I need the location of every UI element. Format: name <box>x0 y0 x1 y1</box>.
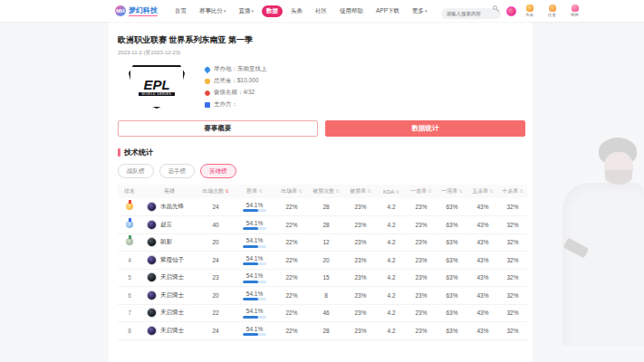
first-tower-cell: 63% <box>437 252 467 270</box>
table-header-10[interactable]: 五杀率 ⇅ <box>467 185 498 198</box>
hero-cell: 凯影 <box>141 237 197 247</box>
table-header-9[interactable]: 一塔率 ⇅ <box>437 185 467 198</box>
hero-cell: 天启骑士 <box>141 291 197 300</box>
hero-cell-td: 天启骑士 <box>141 269 197 287</box>
win-rate-wrap: 54.1% <box>234 291 275 301</box>
table-row[interactable]: 8天启骑士2454.1%22%2823%4.223%63%43%32% <box>118 322 527 340</box>
penta-rate-cell: 43% <box>467 252 498 270</box>
medal-bronze-icon <box>126 238 133 245</box>
rank-number: 7 <box>128 310 131 316</box>
win-rate-bar <box>243 281 266 283</box>
subtab-0[interactable]: 战队榜 <box>118 164 154 178</box>
first-blood-cell: 23% <box>406 322 437 340</box>
table-header-6[interactable]: 被禁率 ⇅ <box>344 185 377 198</box>
event-info-row: 举办地：东南亚线上 <box>205 65 267 73</box>
deca-rate-cell: 32% <box>498 216 527 234</box>
pick-rate-cell: 22% <box>275 287 308 305</box>
table-row[interactable]: 水晶先锋2454.1%22%2823%4.223%63%43%32% <box>118 198 527 216</box>
main-content-card: 欧洲职业联赛 世界系列东南亚 第一季 2023-11-2 (至2023-12-2… <box>109 22 533 362</box>
win-rate-fill <box>243 298 258 300</box>
table-header-2[interactable]: 出场次数 ⇅ <box>197 185 234 198</box>
chevron-down-icon: ▾ <box>252 8 255 14</box>
subtab-2[interactable]: 英雄榜 <box>200 164 236 178</box>
hero-name: 天启骑士 <box>160 273 184 281</box>
search-box <box>441 3 501 19</box>
appearances-cell: 22 <box>197 304 234 322</box>
hero-avatar <box>147 220 157 230</box>
first-tower-cell: 63% <box>437 322 467 340</box>
table-header-7[interactable]: KDA ⇅ <box>377 185 406 198</box>
table-row[interactable]: 凯影2054.1%22%1223%4.223%63%43%32% <box>118 233 527 252</box>
user-action-0[interactable]: 充值 <box>522 5 538 17</box>
nav-item-8[interactable]: 更多▾ <box>408 5 432 17</box>
tab-statistics[interactable]: 数据统计 <box>325 120 525 137</box>
win-rate-fill <box>243 262 258 265</box>
win-rate-fill <box>243 333 258 336</box>
subtab-1[interactable]: 选手榜 <box>159 164 196 178</box>
win-rate-wrap: 54.1% <box>234 255 275 266</box>
hero-name: 天启骑士 <box>160 291 184 300</box>
nav-item-6[interactable]: 使用帮助 <box>335 5 368 17</box>
sort-icon: ⇅ <box>224 188 229 194</box>
hero-cell-td: 天启骑士 <box>141 287 197 305</box>
nav-item-5[interactable]: 社区 <box>311 5 332 17</box>
first-blood-cell: 23% <box>406 198 437 216</box>
first-blood-cell: 23% <box>406 304 437 322</box>
trophy-icon <box>205 79 210 84</box>
logo-icon: MH <box>115 5 126 16</box>
nav-item-7[interactable]: APP下载 <box>371 5 404 17</box>
table-header-8[interactable]: 一血率 ⇅ <box>406 185 437 198</box>
event-tabs: 赛事概要数据统计 <box>118 120 525 137</box>
nav-item-1[interactable]: 赛事比分▾ <box>195 5 231 17</box>
first-blood-cell: 23% <box>406 269 437 287</box>
ban-count-cell: 20 <box>308 252 344 270</box>
medal-silver-icon <box>126 221 133 228</box>
hero-name: 凯影 <box>160 238 172 246</box>
table-row[interactable]: 赵云4054.1%22%2823%4.223%63%43%32% <box>118 216 527 234</box>
win-rate-value: 54.1% <box>246 255 263 262</box>
user-action-1[interactable]: 任务 <box>544 5 561 17</box>
hero-cell-td: 天启骑士 <box>141 322 197 340</box>
hero-name: 紫霞仙子 <box>160 256 184 264</box>
organizer-icon <box>205 102 210 108</box>
search-icon[interactable] <box>493 5 497 10</box>
win-rate-value: 54.1% <box>246 326 263 332</box>
win-rate-wrap: 54.1% <box>234 308 275 319</box>
kda-cell: 4.2 <box>377 322 406 340</box>
kda-cell: 4.2 <box>377 233 406 252</box>
event-info-text: 晋级名额：4/32 <box>214 89 255 97</box>
tab-overview[interactable]: 赛事概要 <box>118 120 318 137</box>
hero-name: 天启骑士 <box>160 309 184 317</box>
table-header-11[interactable]: 十杀率 ⇅ <box>498 185 527 198</box>
hero-cell: 紫霞仙子 <box>141 255 197 265</box>
hero-name: 赵云 <box>160 221 172 229</box>
nav-item-0[interactable]: 首页 <box>170 5 191 17</box>
search-input[interactable] <box>441 8 501 19</box>
nav-item-2[interactable]: 直播▾ <box>235 5 259 17</box>
table-header-4[interactable]: 出场率 ⇅ <box>275 185 308 198</box>
appearances-cell: 24 <box>197 322 234 340</box>
table-row[interactable]: 6天启骑士2054.1%22%823%4.223%63%43%32% <box>118 287 527 305</box>
person-icon <box>572 5 579 12</box>
table-row[interactable]: 7天启骑士2254.1%22%4623%4.223%63%43%32% <box>118 304 527 322</box>
avatar[interactable] <box>506 6 516 16</box>
nav-item-4[interactable]: 头条 <box>286 5 307 17</box>
ban-count-cell: 28 <box>308 216 344 234</box>
hero-avatar <box>147 272 157 282</box>
user-action-2[interactable]: 我的 <box>567 5 583 17</box>
penta-rate-cell: 43% <box>467 287 498 305</box>
table-header-5[interactable]: 被禁次数 ⇅ <box>308 185 344 198</box>
win-rate-fill <box>243 245 258 248</box>
kda-cell: 4.2 <box>377 216 406 234</box>
nav-item-3[interactable]: 数据 <box>262 5 283 17</box>
table-row[interactable]: 4紫霞仙子2454.1%22%2023%4.223%63%43%32% <box>118 252 527 270</box>
sort-icon: ⇅ <box>334 188 340 194</box>
sort-icon: ⇅ <box>257 188 263 194</box>
table-header-3[interactable]: 胜率 ⇅ <box>234 185 275 198</box>
win-rate-fill <box>243 316 258 319</box>
pick-rate-cell: 22% <box>275 198 308 216</box>
deca-rate-cell: 32% <box>498 304 527 322</box>
table-row[interactable]: 5天启骑士2354.1%22%1523%4.223%63%43%32% <box>118 269 527 287</box>
site-logo[interactable]: MH 梦幻科技 <box>115 5 158 16</box>
appearances-cell: 20 <box>197 287 234 305</box>
